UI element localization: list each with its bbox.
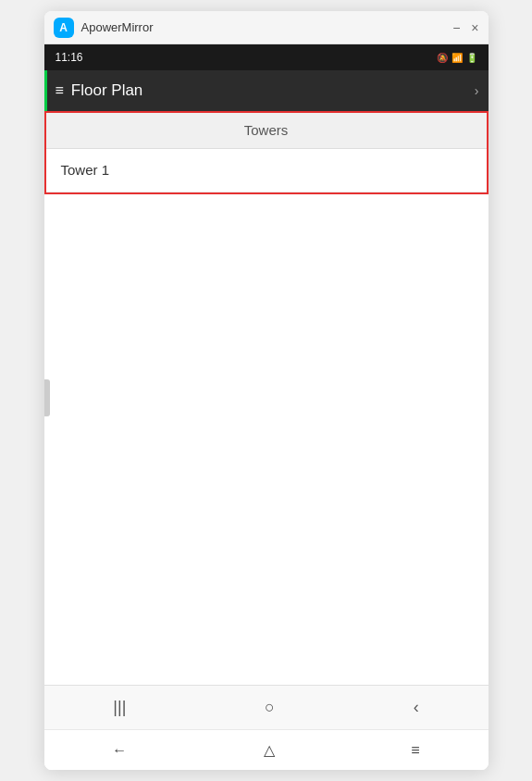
window-controls: − × [452,21,478,34]
main-content: Towers Tower 1 [44,111,489,685]
minimize-button[interactable]: − [452,21,460,34]
status-icon-call: 📶 [452,53,463,63]
close-button[interactable]: × [471,21,478,34]
status-time: 11:16 [56,51,83,64]
towers-section: Towers Tower 1 [44,111,489,194]
green-bar [44,70,47,111]
tower-item-label: Tower 1 [61,162,110,178]
towers-title: Towers [244,122,289,138]
status-icon-wifi: 🔋 [466,53,477,63]
header-title: Floor Plan [71,81,142,100]
bottom-nav: ||| ○ ‹ [44,685,489,729]
gesture-menu-button[interactable]: ≡ [411,742,419,759]
towers-header: Towers [46,113,487,149]
side-tab [44,379,50,416]
app-icon: A [54,18,74,38]
tower-item[interactable]: Tower 1 [46,149,487,192]
menu-icon[interactable]: ≡ [56,82,64,99]
status-icon-mute: 🔕 [437,53,448,63]
phone-frame: 11:16 🔕 📶 🔋 ≡ Floor Plan › Towers [44,44,489,770]
desktop-window: A ApowerMirror − × 11:16 🔕 📶 🔋 ≡ Floor P… [44,11,489,770]
status-bar: 11:16 🔕 📶 🔋 [44,44,489,70]
status-icons: 🔕 📶 🔋 [437,53,477,63]
header-arrow: › [475,83,479,98]
home-button[interactable]: ○ [265,698,275,717]
back-button[interactable]: ‹ [414,698,419,717]
recents-button[interactable]: ||| [113,698,126,717]
window-title: ApowerMirror [81,20,446,34]
title-bar: A ApowerMirror − × [44,11,489,44]
gesture-home-button[interactable]: △ [264,741,275,759]
gesture-bar: ← △ ≡ [44,729,489,770]
app-header: ≡ Floor Plan › [44,70,489,111]
gesture-back-button[interactable]: ← [112,742,127,759]
